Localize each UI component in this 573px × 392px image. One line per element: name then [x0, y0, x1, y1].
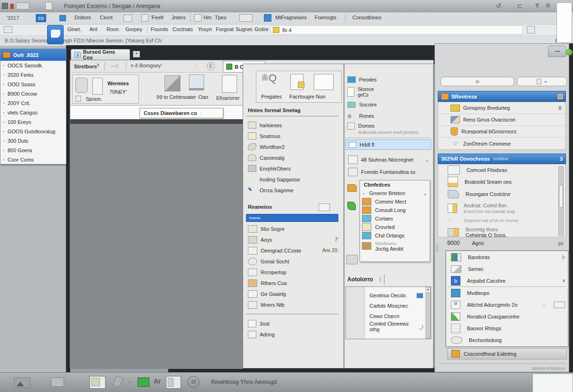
option-item[interactable]: StoocegeCs	[344, 85, 433, 99]
sidebar-item[interactable]: B900 Cecow	[0, 89, 66, 98]
form-icon[interactable]	[123, 15, 132, 22]
minimize-button[interactable]	[548, 46, 566, 57]
sidebar-item[interactable]: vlets Cangso	[0, 108, 66, 117]
color-option[interactable]: Consult Long	[360, 206, 430, 214]
color-option[interactable]: Corlaes	[360, 214, 430, 223]
clipboard-icon[interactable]	[4, 26, 12, 33]
undo-icon[interactable]: ↺	[496, 2, 501, 9]
toolbar-tab-label[interactable]: Stretbors1	[74, 63, 99, 69]
workbook-icon[interactable]: EB	[36, 14, 46, 22]
selected-row[interactable]: trswva	[246, 214, 338, 222]
group3-item[interactable]: Bechonlsdong	[446, 334, 568, 346]
option-item[interactable]: Peodes	[344, 74, 433, 85]
ribbon-item[interactable]: Forgoat	[216, 26, 234, 32]
table-app-icon[interactable]	[166, 376, 181, 389]
menu-icon[interactable]: ≡	[546, 1, 550, 10]
redo-icon[interactable]: ⊏	[517, 2, 523, 9]
checkbox-icon[interactable]	[319, 204, 330, 211]
monitor-icon[interactable]	[189, 74, 204, 89]
option-item[interactable]: Socoire	[344, 99, 433, 110]
scroll-up-icon[interactable]: ▲	[426, 287, 430, 293]
group2-item[interactable]: Aodnat: Comd Ber.ErunCOon zst.Uoeralt Sa…	[438, 200, 565, 216]
group1-item[interactable]: Rens Grrus Ovaciscon	[438, 114, 565, 126]
ribbon-item[interactable]: Yosyn	[198, 26, 212, 32]
page-turn-icon[interactable]	[164, 75, 180, 91]
options-icon[interactable]	[264, 14, 271, 22]
list-item[interactable]: Rrcnpertop	[245, 267, 341, 278]
group2-header[interactable]: 302%R Onvochreos 'ernkline 3	[438, 154, 566, 164]
search-icon[interactable]: Q	[269, 72, 277, 84]
menu-item[interactable]: Consotbines	[352, 15, 381, 20]
agns-row[interactable]: 9000Agnsço	[438, 238, 566, 248]
circle-e-icon[interactable]: E	[207, 62, 215, 70]
printer-icon[interactable]	[51, 377, 64, 387]
group1-item[interactable]: Rcespomal bGrosrroorz.	[438, 126, 565, 138]
pen-app-icon[interactable]: Ar	[154, 377, 161, 385]
clock-icon[interactable]: 10	[188, 376, 199, 388]
list-item[interactable]: Oerngrad CCosteAns 20:	[245, 245, 341, 256]
search-field[interactable]: ⊖	[441, 77, 514, 86]
list-item[interactable]: Aoys7'	[245, 234, 341, 245]
sidebar-header[interactable]: Oofr .9322	[0, 49, 66, 61]
option-item[interactable]: Fcendo Fumtanuttoa ss	[345, 166, 432, 178]
listbox-item[interactable]: Conled Cbneewz othg_\	[367, 322, 426, 331]
listbox-item[interactable]: Geotrisa Oecdo.	[367, 291, 426, 300]
menu-item[interactable]: Hm	[204, 15, 212, 20]
color-option[interactable]: Crovrled	[360, 223, 430, 231]
document-tab[interactable]: 3 Bursed Gens Cos	[71, 49, 130, 60]
group3-item[interactable]: bAnpabd Cacshrev	[446, 275, 568, 286]
list-box-icon[interactable]	[314, 74, 334, 90]
group2-item[interactable]: ⟋Segesed wqr prral os Vovvsy	[438, 216, 565, 225]
sidebar-item[interactable]: OOO Ssass	[0, 80, 66, 89]
cabinet-icon[interactable]	[92, 78, 103, 95]
ribbon-item[interactable]: Roon	[106, 26, 119, 32]
calc-icon[interactable]	[527, 26, 535, 33]
list-item[interactable]: Soatrous	[245, 131, 339, 141]
bag-icon[interactable]	[75, 78, 88, 93]
ribbon-item[interactable]: Sugnet.	[236, 26, 254, 32]
menu-item[interactable]: Tpes	[215, 15, 226, 20]
brush-icon[interactable]	[112, 376, 123, 388]
group3-item[interactable]: Mvdieopo	[446, 287, 568, 299]
color-option[interactable]: Comenr Mect	[360, 197, 430, 206]
sidebar-item[interactable]: 2020 Ferks	[0, 70, 66, 80]
sidebar-item[interactable]: 800 Goera	[0, 146, 66, 155]
ribbon-item[interactable]: Ginet.	[67, 26, 81, 32]
panes-icon[interactable]	[239, 14, 253, 22]
option-item[interactable]: ≶Rones	[344, 110, 433, 122]
sidebar-item[interactable]: 200Y Crtl.	[0, 98, 66, 108]
menu-item[interactable]: Foenogts	[315, 15, 336, 20]
sidebar-item[interactable]: GOOS Gutxltooralug	[0, 127, 66, 136]
list-item[interactable]: hoding Sapgarise	[245, 174, 339, 185]
group3-item[interactable]: 5lAltichd Adurcgmrlo 2o←	[446, 299, 568, 310]
group3-item[interactable]: Bandonts|›	[446, 251, 568, 263]
dropdown-select[interactable]: ⌐Groeror Brteton⌄	[360, 189, 430, 197]
sidebar-item[interactable]: Coor Coms	[0, 155, 66, 164]
window-icon[interactable]	[16, 2, 29, 9]
menu-item[interactable]: Doitors	[74, 15, 91, 20]
menu-item[interactable]: MtFragnesies	[275, 15, 307, 20]
tab-dropdown-icon[interactable]: ▾	[133, 51, 140, 57]
lined-doc-icon[interactable]	[222, 75, 237, 93]
green-app-icon[interactable]	[138, 377, 149, 387]
ribbon-item[interactable]: Founds	[151, 26, 168, 32]
sidebar-item[interactable]: OOCS Sanodk.	[0, 61, 66, 70]
app-grid-icon[interactable]	[2, 3, 8, 9]
group1-item[interactable]: ▽ZonDresm Ceionese	[438, 138, 565, 149]
color-option[interactable]: Chd Ortangs	[360, 231, 430, 240]
scrollbar-thumb[interactable]	[559, 185, 563, 208]
sidebar-item[interactable]: 300 Duts	[0, 136, 66, 146]
list-item[interactable]: Caooesalg	[245, 152, 339, 163]
filter-icon[interactable]: Y	[535, 2, 539, 9]
formula-bar[interactable]: Br.4	[270, 25, 523, 34]
ribbon-item[interactable]: Ant	[90, 26, 98, 32]
app-button[interactable]	[47, 25, 64, 44]
listbox-item[interactable]: Cewo Ctarcn	[367, 311, 426, 321]
group2-item[interactable]: Rounganr Coolctrvr›	[438, 188, 565, 200]
listbox-item[interactable]: Cadots Mosçnec	[367, 301, 426, 310]
dash-icon[interactable]: —⟩	[111, 63, 118, 69]
list-item[interactable]: harkieses	[245, 120, 339, 131]
group1-item[interactable]: Gonsproy Bredurteg8.	[438, 102, 565, 114]
option-item[interactable]: 48 Siuhnas Nlocregnet⌄	[345, 154, 432, 166]
list-item[interactable]: 3ost	[245, 318, 339, 329]
